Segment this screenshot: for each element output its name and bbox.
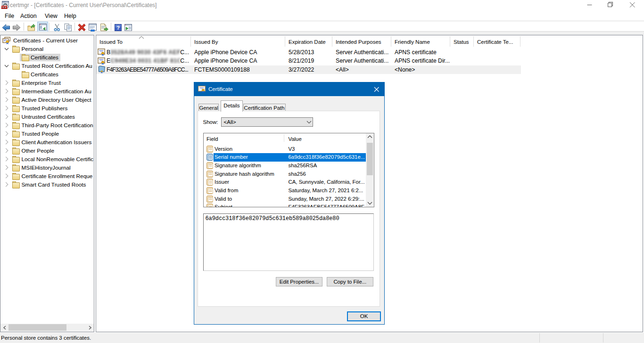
svg-text:?: ?	[116, 25, 120, 31]
